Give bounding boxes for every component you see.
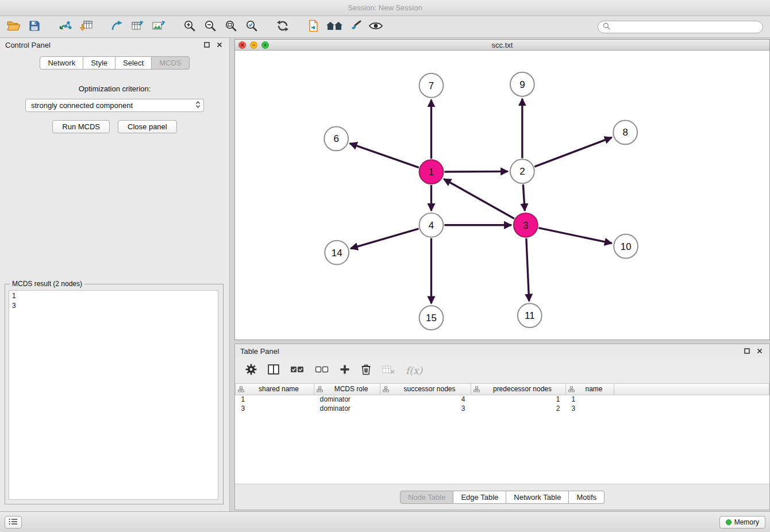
table-tab-edge-table[interactable]: Edge Table [453,491,506,504]
zoom-out-button[interactable] [200,18,221,36]
float-table-panel-icon[interactable] [742,346,752,356]
graph-node-10[interactable]: 10 [614,234,638,259]
table-cell[interactable]: 1 [236,395,314,404]
tab-mcds[interactable]: MCDS [152,56,189,70]
graph-node-9[interactable]: 9 [510,72,534,97]
graph-edge-2-8[interactable] [534,137,612,167]
table-tabs-bar: Node TableEdge TableNetwork TableMotifs [235,484,769,510]
table-cell[interactable]: 3 [380,404,471,413]
graph-node-6[interactable]: 6 [324,126,348,151]
column-sort-icon [317,386,323,394]
graph-node-1[interactable]: 1 [419,160,444,184]
graph-node-2[interactable]: 2 [510,159,534,183]
graph-edge-1-6[interactable] [350,144,419,168]
table-row[interactable]: 1dominator411 [236,395,769,404]
zoom-selected-button[interactable] [241,18,262,36]
column-header-name[interactable]: name [566,384,614,395]
network-window-titlebar[interactable]: scc.txt [235,40,769,51]
tab-style[interactable]: Style [83,56,116,70]
graph-node-label: 9 [519,79,525,90]
table-toolbar: f(x) [235,358,769,383]
menu-button[interactable] [5,516,22,529]
table-cell[interactable]: 3 [566,404,614,413]
graph-node-14[interactable]: 14 [325,241,349,265]
search-input[interactable] [613,23,758,31]
memory-button[interactable]: Memory [719,516,765,529]
run-mcds-button[interactable]: Run MCDS [52,120,110,133]
column-header-predecessor-nodes[interactable]: predecessor nodes [471,384,566,395]
select-all-button[interactable] [290,365,304,376]
table-cell[interactable]: 1 [471,395,566,404]
graph-node-4[interactable]: 4 [419,213,444,237]
graph-edge-2-3[interactable] [523,184,525,211]
close-window-icon[interactable] [238,41,246,49]
network-canvas[interactable]: 7968124314101511 [235,51,769,340]
close-table-panel-icon[interactable] [755,346,764,356]
search-box[interactable] [598,21,763,33]
open-session-button[interactable] [3,18,24,36]
table-tab-node-table[interactable]: Node Table [400,491,454,504]
export-table-button[interactable] [128,18,148,36]
graph-edge-4-14[interactable] [351,229,418,248]
apply-style-button[interactable] [345,18,365,36]
export-image-button[interactable] [148,18,169,36]
add-column-button[interactable] [340,364,350,377]
graph-node-3[interactable]: 3 [514,213,538,237]
graph-node-7[interactable]: 7 [419,74,444,98]
graph-node-11[interactable]: 11 [518,303,542,327]
graph-node-label: 7 [429,80,434,91]
graph-edge-3-1[interactable] [444,179,514,218]
table-tab-motifs[interactable]: Motifs [569,491,605,504]
import-network-button[interactable] [55,18,76,36]
zoom-fit-button[interactable] [221,18,241,36]
tab-select[interactable]: Select [116,56,152,70]
mcds-result-title: MCDS result (2 nodes) [10,280,84,288]
open-folder-icon [6,20,21,34]
graph-node-8[interactable]: 8 [613,121,637,145]
table-cell[interactable]: 3 [236,404,314,413]
table-cell[interactable]: 2 [471,404,566,413]
export-network-button[interactable] [107,18,128,36]
close-panel-icon[interactable] [215,40,224,49]
column-settings-button[interactable] [245,364,257,377]
import-table-button[interactable] [76,18,97,36]
eye-icon [368,21,383,33]
table-cell[interactable]: dominator [314,404,380,413]
show-columns-button[interactable] [268,364,279,377]
deselect-all-button[interactable] [315,365,329,376]
table-cell[interactable]: dominator [314,395,380,404]
column-header-successor-nodes[interactable]: successor nodes [380,384,471,395]
table-row[interactable]: 3dominator323 [236,404,769,413]
maximize-window-icon[interactable] [261,41,269,49]
table-tab-network-table[interactable]: Network Table [506,491,569,504]
graph-node-15[interactable]: 15 [419,306,444,330]
close-panel-button[interactable]: Close panel [118,120,177,133]
graph-edge-1-2[interactable] [444,171,508,172]
tab-network[interactable]: Network [40,56,83,70]
open-recent-button[interactable] [303,18,324,36]
table-cell[interactable]: 4 [380,395,471,404]
column-header-mcds-role[interactable]: MCDS role [314,384,380,395]
function-builder-button[interactable]: f(x) [406,365,422,376]
node-table-area[interactable]: shared nameMCDS rolesuccessor nodesprede… [235,383,769,484]
node-table: shared nameMCDS rolesuccessor nodesprede… [235,384,769,413]
network-graph[interactable]: 7968124314101511 [235,51,769,340]
column-header-shared-name[interactable]: shared name [236,384,314,395]
refresh-view-button[interactable] [272,18,293,36]
save-session-button[interactable] [24,18,45,36]
show-hide-button[interactable] [365,18,386,36]
graph-edge-3-11[interactable] [526,238,529,302]
delete-table-button[interactable] [382,365,395,376]
delete-column-button[interactable] [361,364,371,377]
graph-node-label: 6 [333,133,338,144]
mcds-result-text[interactable]: 13 [9,290,218,500]
graph-edge-3-10[interactable] [538,228,611,244]
window-titlebar[interactable]: Session: New Session [0,0,770,16]
zoom-in-button[interactable] [179,18,200,36]
optimization-dropdown[interactable]: strongly connected component [25,99,204,112]
home-layout-button[interactable] [324,18,345,36]
float-panel-icon[interactable] [202,40,211,49]
minimize-window-icon[interactable] [250,41,257,49]
table-cell[interactable]: 1 [566,395,614,404]
dropdown-value: strongly connected component [31,101,195,110]
